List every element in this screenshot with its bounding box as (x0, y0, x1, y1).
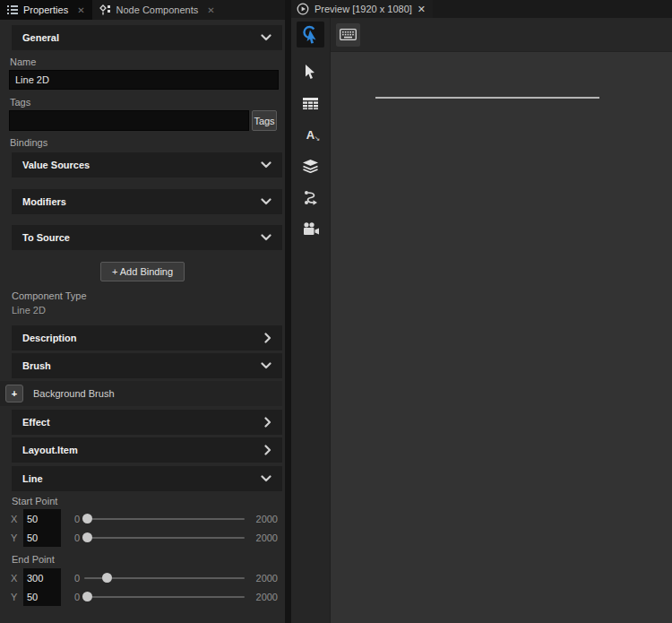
layers-icon (303, 160, 318, 173)
section-effect-title: Effect (22, 417, 50, 428)
slider-min-label: 0 (64, 514, 80, 524)
select-tool-button[interactable] (303, 64, 319, 80)
section-general[interactable]: General (12, 25, 282, 50)
tab-properties[interactable]: Properties ✕ (0, 0, 92, 20)
chevron-down-icon (261, 161, 271, 169)
section-modifiers-title: Modifiers (22, 196, 66, 207)
section-description-title: Description (22, 333, 77, 343)
section-value-sources[interactable]: Value Sources (12, 152, 282, 177)
slider-max-label: 2000 (249, 532, 278, 543)
chevron-right-icon (264, 445, 271, 455)
camera-tool-button[interactable] (303, 221, 319, 237)
axis-x-label: X (11, 573, 21, 584)
add-brush-button[interactable]: + (5, 385, 23, 402)
name-value: Line 2D (15, 74, 49, 85)
slider-max-label: 2000 (249, 514, 278, 524)
end-x-slider[interactable] (82, 568, 246, 587)
background-brush-row: + Background Brush (0, 381, 282, 406)
tab-node-components[interactable]: Node Components ✕ (92, 0, 222, 20)
section-effect[interactable]: Effect (12, 410, 282, 435)
slider-thumb[interactable] (82, 532, 92, 542)
panel-splitter[interactable] (285, 0, 291, 623)
slider-min-label: 0 (64, 573, 80, 584)
close-icon[interactable]: ✕ (207, 5, 214, 15)
tags-button[interactable]: Tags (252, 110, 277, 131)
section-to-source[interactable]: To Source (12, 225, 282, 250)
text-tool-icon: A↘ (306, 128, 314, 142)
section-layout-item-title: Layout.Item (22, 445, 78, 455)
section-modifiers[interactable]: Modifiers (12, 189, 282, 214)
slider-min-label: 0 (64, 592, 80, 602)
slider-thumb[interactable] (102, 573, 112, 583)
properties-content: General Name Line 2D Tags Tags Bindings … (0, 20, 285, 623)
tags-label: Tags (10, 97, 285, 108)
click-mode-icon (302, 25, 320, 44)
chevron-right-icon (264, 333, 271, 343)
end-y-slider[interactable] (82, 587, 246, 606)
camera-icon (303, 222, 319, 236)
start-x-slider[interactable] (82, 509, 246, 528)
start-x-input[interactable]: 50 (23, 509, 61, 528)
name-input[interactable]: Line 2D (9, 70, 279, 90)
section-line[interactable]: Line (12, 466, 282, 491)
close-icon[interactable]: ✕ (418, 4, 426, 15)
name-label: Name (10, 56, 285, 67)
layers-tool-button[interactable] (303, 158, 319, 174)
chevron-right-icon (264, 417, 271, 428)
click-mode-button[interactable] (297, 22, 324, 48)
tags-input[interactable] (9, 110, 249, 131)
start-point-x-row: X 50 0 2000 (0, 509, 285, 528)
start-y-slider[interactable] (82, 528, 246, 547)
section-description[interactable]: Description (12, 325, 282, 350)
text-tool-button[interactable]: A↘ (303, 126, 319, 143)
background-brush-label: Background Brush (33, 388, 115, 399)
preview-tool-strip: A↘ (291, 18, 330, 623)
preview-toolbar (330, 18, 672, 51)
tab-preview[interactable]: Preview [1920 x 1080] ✕ (291, 0, 433, 18)
end-y-input[interactable]: 50 (23, 587, 61, 606)
keyboard-icon (340, 29, 357, 40)
section-line-title: Line (22, 473, 43, 484)
slider-max-label: 2000 (249, 592, 278, 602)
component-type-label: Component Type (12, 290, 285, 301)
slider-max-label: 2000 (249, 573, 278, 584)
start-point-label: Start Point (12, 496, 285, 506)
section-value-sources-title: Value Sources (22, 160, 90, 170)
close-icon[interactable]: ✕ (77, 5, 84, 15)
list-icon (7, 5, 18, 14)
left-tabbar: Properties ✕ Node Components ✕ (0, 0, 285, 20)
start-y-input[interactable]: 50 (23, 528, 61, 547)
preview-tabbar: Preview [1920 x 1080] ✕ (291, 0, 672, 18)
axis-y-label: Y (11, 592, 21, 602)
play-icon (297, 3, 309, 15)
end-point-y-row: Y 50 0 2000 (0, 587, 285, 606)
table-tool-button[interactable] (303, 95, 319, 111)
end-x-input[interactable]: 300 (23, 568, 61, 587)
section-layout-item[interactable]: Layout.Item (12, 437, 282, 463)
slider-thumb[interactable] (82, 514, 92, 523)
preview-canvas[interactable] (330, 51, 672, 623)
preview-line (375, 97, 599, 99)
slider-min-label: 0 (64, 532, 80, 543)
end-point-label: End Point (12, 554, 285, 565)
slider-thumb[interactable] (82, 592, 92, 601)
section-brush[interactable]: Brush (12, 353, 282, 378)
connections-icon (304, 190, 317, 205)
connections-tool-button[interactable] (303, 189, 319, 205)
end-point-x-row: X 300 0 2000 (0, 568, 285, 587)
section-general-title: General (22, 32, 59, 43)
tab-preview-label: Preview [1920 x 1080] (314, 4, 412, 14)
component-type-value: Line 2D (12, 305, 285, 316)
keyboard-button[interactable] (336, 23, 360, 47)
tab-properties-label: Properties (23, 4, 68, 15)
axis-y-label: Y (11, 532, 21, 543)
start-point-y-row: Y 50 0 2000 (0, 528, 285, 547)
node-components-icon (99, 4, 111, 15)
chevron-down-icon (261, 475, 271, 482)
chevron-down-icon (261, 362, 271, 369)
add-binding-button[interactable]: + Add Binding (100, 262, 185, 281)
section-brush-title: Brush (22, 360, 51, 371)
select-cursor-icon (305, 65, 316, 79)
chevron-down-icon (261, 198, 271, 205)
properties-panel: Properties ✕ Node Components ✕ General N… (0, 0, 285, 623)
